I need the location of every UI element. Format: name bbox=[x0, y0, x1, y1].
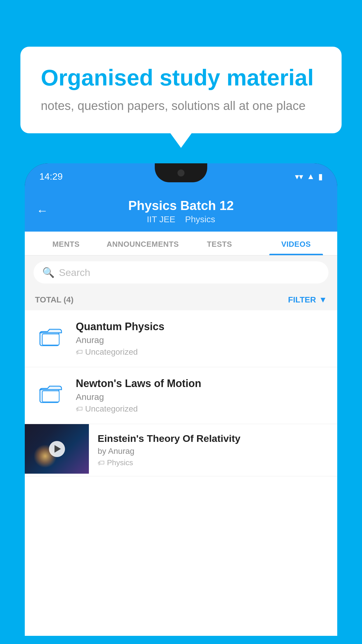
video-title: Newton's Laws of Motion bbox=[76, 377, 327, 390]
bubble-title: Organised study material bbox=[41, 64, 321, 92]
filter-label: FILTER bbox=[288, 295, 316, 304]
video-thumbnail bbox=[25, 424, 89, 474]
notch bbox=[155, 163, 207, 182]
search-bar[interactable]: 🔍 Search bbox=[34, 261, 328, 284]
list-item[interactable]: Einstein's Theory Of Relativity by Anura… bbox=[25, 424, 337, 476]
status-time: 14:29 bbox=[39, 171, 63, 182]
tag-label: Uncategorized bbox=[85, 347, 138, 357]
video-author: Anurag bbox=[76, 335, 327, 345]
search-placeholder: Search bbox=[59, 267, 90, 278]
video-title: Einstein's Theory Of Relativity bbox=[98, 433, 328, 444]
search-section: 🔍 Search bbox=[25, 256, 337, 289]
tag-icon: 🏷 bbox=[76, 348, 83, 356]
tag-label: Physics bbox=[107, 458, 133, 467]
app-header: ← Physics Batch 12 IIT JEE Physics bbox=[25, 190, 337, 232]
tabs-bar: MENTS ANNOUNCEMENTS TESTS VIDEOS bbox=[25, 232, 337, 256]
phone-mockup: 14:29 ▾▾ ▲ ▮ ← Physics Batch 12 IIT JEE … bbox=[25, 163, 337, 644]
total-count: TOTAL (4) bbox=[35, 295, 73, 304]
status-icons: ▾▾ ▲ ▮ bbox=[295, 172, 323, 181]
header-title: Physics Batch 12 bbox=[36, 198, 326, 213]
tag-icon: 🏷 bbox=[76, 405, 83, 413]
video-title: Quantum Physics bbox=[76, 321, 327, 333]
tag-icon: 🏷 bbox=[98, 459, 105, 467]
back-button[interactable]: ← bbox=[36, 204, 48, 217]
wifi-icon: ▾▾ bbox=[295, 172, 303, 181]
video-tag: 🏷 Uncategorized bbox=[76, 347, 327, 357]
tab-ments[interactable]: MENTS bbox=[28, 232, 104, 255]
video-info: Newton's Laws of Motion Anurag 🏷 Uncateg… bbox=[76, 377, 327, 414]
svg-rect-1 bbox=[42, 334, 59, 345]
play-button[interactable] bbox=[49, 441, 65, 457]
tab-tests[interactable]: TESTS bbox=[181, 232, 258, 255]
video-author: Anurag bbox=[76, 392, 327, 402]
camera bbox=[178, 169, 184, 176]
phone-frame: 14:29 ▾▾ ▲ ▮ ← Physics Batch 12 IIT JEE … bbox=[25, 163, 337, 636]
video-tag: 🏷 Uncategorized bbox=[76, 404, 327, 414]
phone-screen: ← Physics Batch 12 IIT JEE Physics MENTS… bbox=[25, 190, 337, 636]
tab-announcements[interactable]: ANNOUNCEMENTS bbox=[104, 232, 181, 255]
subtitle-physics: Physics bbox=[185, 214, 215, 224]
bubble-subtitle: notes, question papers, solutions all at… bbox=[41, 99, 321, 113]
status-bar: 14:29 ▾▾ ▲ ▮ bbox=[25, 163, 337, 190]
signal-icon: ▲ bbox=[307, 172, 315, 181]
video-info: Einstein's Theory Of Relativity by Anura… bbox=[89, 424, 337, 476]
video-list: Quantum Physics Anurag 🏷 Uncategorized bbox=[25, 310, 337, 476]
folder-icon bbox=[35, 321, 67, 353]
tag-label: Uncategorized bbox=[85, 404, 138, 414]
filter-bar: TOTAL (4) FILTER ▼ bbox=[25, 289, 337, 310]
list-item[interactable]: Quantum Physics Anurag 🏷 Uncategorized bbox=[25, 310, 337, 367]
svg-rect-3 bbox=[42, 391, 59, 402]
play-icon bbox=[55, 445, 61, 453]
search-icon: 🔍 bbox=[42, 267, 55, 278]
subtitle-iitjee: IIT JEE bbox=[147, 214, 175, 224]
folder-icon bbox=[35, 377, 67, 410]
filter-icon: ▼ bbox=[319, 295, 327, 304]
speech-bubble-section: Organised study material notes, question… bbox=[20, 47, 342, 133]
speech-bubble: Organised study material notes, question… bbox=[20, 47, 342, 133]
video-author: by Anurag bbox=[98, 447, 328, 456]
header-subtitle: IIT JEE Physics bbox=[36, 214, 326, 224]
video-info: Quantum Physics Anurag 🏷 Uncategorized bbox=[76, 321, 327, 357]
list-item[interactable]: Newton's Laws of Motion Anurag 🏷 Uncateg… bbox=[25, 367, 337, 424]
battery-icon: ▮ bbox=[318, 172, 323, 181]
filter-button[interactable]: FILTER ▼ bbox=[288, 295, 327, 304]
video-tag: 🏷 Physics bbox=[98, 458, 328, 467]
tab-videos[interactable]: VIDEOS bbox=[258, 232, 334, 255]
